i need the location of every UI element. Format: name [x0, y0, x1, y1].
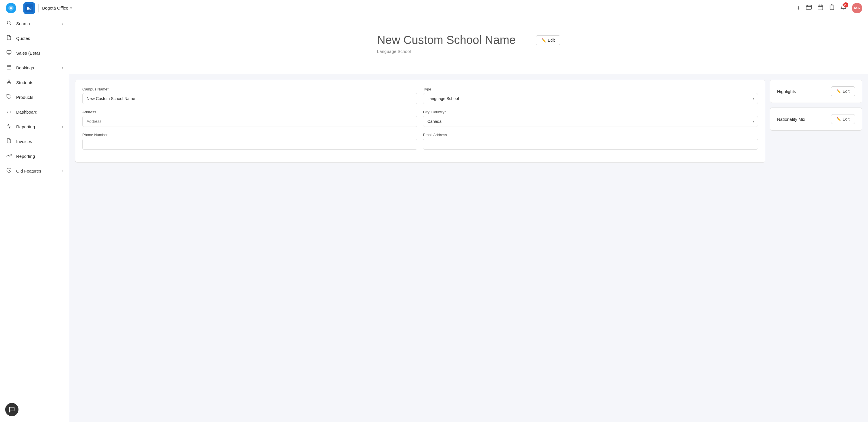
- chevron-right-icon: ›: [62, 22, 63, 26]
- sidebar-item-old-features[interactable]: Old Features ›: [0, 164, 69, 178]
- type-select[interactable]: Language School: [423, 93, 758, 104]
- nationality-mix-edit-button[interactable]: ✏️ Edit: [831, 114, 855, 124]
- header-divider: [20, 4, 20, 12]
- form-section: Campus Name* Type Language School ▾: [69, 74, 868, 169]
- sidebar-item-dashboard[interactable]: Dashboard: [0, 105, 69, 119]
- phone-field: Phone Number: [82, 133, 417, 150]
- sidebar-item-reporting-new[interactable]: Reporting ›: [0, 149, 69, 164]
- header-divider-2: [38, 4, 39, 12]
- sidebar-label-reporting-new: Reporting: [16, 154, 35, 159]
- chevron-right-icon-5: ›: [62, 154, 63, 159]
- address-field: Address: [82, 110, 417, 127]
- app-header: Ed Bogotá Office ▾ +: [0, 0, 868, 16]
- sidebar-item-quotes[interactable]: Quotes: [0, 31, 69, 46]
- sidebar-label-bookings: Bookings: [16, 65, 34, 70]
- campus-name-input[interactable]: [82, 93, 417, 104]
- sidebar-label-dashboard: Dashboard: [16, 110, 37, 114]
- old-features-icon: [6, 168, 12, 174]
- app-logo-circle: [6, 3, 16, 13]
- notification-icon[interactable]: 26: [840, 4, 847, 12]
- notification-badge: 26: [843, 2, 848, 7]
- sidebar-item-search[interactable]: Search ›: [0, 16, 69, 31]
- office-selector[interactable]: Bogotá Office ▾: [42, 5, 72, 10]
- sidebar-label-search: Search: [16, 21, 30, 26]
- products-icon: [6, 94, 12, 101]
- clipboard-icon[interactable]: [829, 4, 835, 12]
- form-row-1: Campus Name* Type Language School ▾: [82, 87, 758, 104]
- sidebar-label-sales: Sales (Beta): [16, 51, 40, 56]
- email-field: Email Address: [423, 133, 758, 150]
- chevron-right-icon-6: ›: [62, 169, 63, 173]
- school-name: New Custom School Name: [377, 33, 516, 47]
- chat-button[interactable]: [5, 403, 19, 416]
- office-name: Bogotá Office: [42, 5, 68, 10]
- sidebar-item-students[interactable]: Students: [0, 75, 69, 90]
- svg-rect-3: [806, 5, 811, 9]
- campus-name-field: Campus Name*: [82, 87, 417, 104]
- dashboard-icon: [6, 109, 12, 115]
- form-row-3: Phone Number Email Address: [82, 133, 758, 150]
- sidebar-item-reporting-old[interactable]: Reporting ›: [0, 119, 69, 134]
- school-title-block: New Custom School Name Language School: [377, 33, 516, 54]
- sidebar: Search › Quotes Sales: [0, 16, 69, 422]
- city-country-select-wrapper: Canada ▾: [423, 116, 758, 127]
- nationality-mix-title: Nationality Mix: [777, 117, 805, 122]
- inbox-icon[interactable]: [806, 4, 812, 12]
- sidebar-label-invoices: Invoices: [16, 139, 32, 144]
- phone-label: Phone Number: [82, 133, 417, 137]
- sidebar-item-sales[interactable]: Sales (Beta): [0, 46, 69, 60]
- sidebar-item-bookings[interactable]: Bookings ›: [0, 60, 69, 75]
- address-label: Address: [82, 110, 417, 114]
- add-icon[interactable]: +: [797, 4, 800, 12]
- school-header-inner: New Custom School Name Language School ✏…: [377, 33, 560, 54]
- calendar-icon[interactable]: [817, 4, 824, 12]
- main-form-card: Campus Name* Type Language School ▾: [75, 80, 765, 163]
- reporting-old-icon: [6, 123, 12, 130]
- city-country-field: City, Country* Canada ▾: [423, 110, 758, 127]
- svg-rect-4: [818, 5, 823, 10]
- email-label: Email Address: [423, 133, 758, 137]
- campus-name-label: Campus Name*: [82, 87, 417, 91]
- search-icon: [6, 20, 12, 27]
- header-left: Ed Bogotá Office ▾: [6, 2, 72, 14]
- address-input[interactable]: [82, 116, 417, 127]
- type-field: Type Language School ▾: [423, 87, 758, 104]
- svg-point-9: [8, 80, 10, 82]
- sidebar-item-products[interactable]: Products ›: [0, 90, 69, 105]
- sidebar-label-students: Students: [16, 80, 33, 85]
- sidebar-label-quotes: Quotes: [16, 36, 30, 41]
- header-actions: + 26 MA: [797, 3, 862, 13]
- reporting-new-icon: [6, 153, 12, 160]
- bookings-icon: [6, 64, 12, 71]
- app-logo-square[interactable]: Ed: [23, 2, 35, 14]
- sidebar-label-products: Products: [16, 95, 33, 100]
- svg-text:Ed: Ed: [27, 6, 32, 11]
- highlights-title: Highlights: [777, 89, 796, 94]
- user-avatar[interactable]: MA: [852, 3, 862, 13]
- invoices-icon: [6, 138, 12, 145]
- highlights-edit-icon: ✏️: [837, 89, 841, 93]
- school-type: Language School: [377, 49, 516, 54]
- sidebar-item-invoices[interactable]: Invoices: [0, 134, 69, 149]
- city-country-label: City, Country*: [423, 110, 758, 114]
- highlights-card: Highlights ✏️ Edit: [770, 80, 862, 103]
- sales-icon: [6, 50, 12, 56]
- nationality-mix-card: Nationality Mix ✏️ Edit: [770, 108, 862, 131]
- highlights-edit-button[interactable]: ✏️ Edit: [831, 86, 855, 96]
- email-input[interactable]: [423, 139, 758, 150]
- city-country-select[interactable]: Canada: [423, 116, 758, 127]
- edit-pencil-icon: ✏️: [541, 38, 546, 43]
- phone-input[interactable]: [82, 139, 417, 150]
- nationality-edit-icon: ✏️: [837, 117, 841, 121]
- office-chevron-icon: ▾: [70, 6, 72, 10]
- svg-rect-7: [7, 50, 11, 54]
- chevron-right-icon-4: ›: [62, 125, 63, 129]
- form-row-2: Address City, Country* Canada ▾: [82, 110, 758, 127]
- svg-rect-8: [7, 65, 11, 69]
- main-layout: Search › Quotes Sales: [0, 16, 868, 422]
- content-area: New Custom School Name Language School ✏…: [69, 16, 868, 422]
- school-edit-label: Edit: [548, 38, 555, 43]
- chevron-right-icon-3: ›: [62, 95, 63, 100]
- nationality-edit-label: Edit: [843, 117, 849, 121]
- school-edit-button[interactable]: ✏️ Edit: [536, 35, 560, 45]
